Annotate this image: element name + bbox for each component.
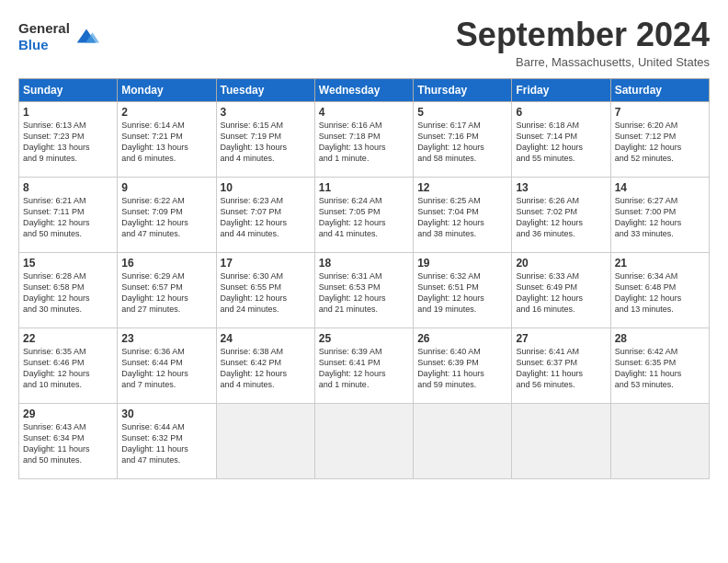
- calendar-cell: 24Sunrise: 6:38 AM Sunset: 6:42 PM Dayli…: [216, 327, 314, 403]
- calendar-cell: 21Sunrise: 6:34 AM Sunset: 6:48 PM Dayli…: [610, 252, 709, 327]
- calendar-cell: 15Sunrise: 6:28 AM Sunset: 6:58 PM Dayli…: [19, 252, 118, 327]
- calendar-table: SundayMondayTuesdayWednesdayThursdayFrid…: [18, 78, 710, 479]
- day-number: 9: [121, 181, 211, 194]
- calendar-cell: 28Sunrise: 6:42 AM Sunset: 6:35 PM Dayli…: [610, 327, 709, 403]
- day-number: 21: [615, 257, 705, 270]
- day-number: 5: [417, 106, 507, 119]
- calendar-cell: 20Sunrise: 6:33 AM Sunset: 6:49 PM Dayli…: [512, 252, 610, 327]
- day-number: 30: [121, 408, 211, 420]
- calendar-cell: 25Sunrise: 6:39 AM Sunset: 6:41 PM Dayli…: [314, 327, 413, 403]
- calendar-cell: 1Sunrise: 6:13 AM Sunset: 7:23 PM Daylig…: [19, 101, 118, 177]
- calendar-cell: 19Sunrise: 6:32 AM Sunset: 6:51 PM Dayli…: [414, 252, 512, 327]
- calendar-cell: 27Sunrise: 6:41 AM Sunset: 6:37 PM Dayli…: [512, 327, 610, 403]
- calendar-cell: 18Sunrise: 6:31 AM Sunset: 6:53 PM Dayli…: [314, 252, 413, 327]
- day-info: Sunrise: 6:26 AM Sunset: 7:02 PM Dayligh…: [516, 195, 606, 240]
- day-info: Sunrise: 6:14 AM Sunset: 7:21 PM Dayligh…: [121, 120, 211, 165]
- day-number: 1: [23, 106, 113, 119]
- logo-icon: [74, 24, 99, 50]
- day-info: Sunrise: 6:31 AM Sunset: 6:53 PM Dayligh…: [319, 270, 409, 316]
- calendar-cell: 23Sunrise: 6:36 AM Sunset: 6:44 PM Dayli…: [118, 327, 216, 403]
- calendar-cell: [314, 403, 413, 478]
- calendar-cell: 10Sunrise: 6:23 AM Sunset: 7:07 PM Dayli…: [216, 177, 314, 252]
- day-number: 8: [23, 181, 113, 194]
- calendar-cell: 16Sunrise: 6:29 AM Sunset: 6:57 PM Dayli…: [118, 252, 216, 327]
- day-number: 15: [23, 257, 113, 270]
- day-info: Sunrise: 6:35 AM Sunset: 6:46 PM Dayligh…: [23, 346, 113, 391]
- calendar-header-wednesday: Wednesday: [314, 78, 413, 101]
- calendar-cell: 11Sunrise: 6:24 AM Sunset: 7:05 PM Dayli…: [314, 177, 413, 252]
- calendar-week-row: 1Sunrise: 6:13 AM Sunset: 7:23 PM Daylig…: [19, 101, 710, 177]
- calendar-page: General Blue September 2024 Barre, Massa…: [0, 0, 728, 563]
- day-number: 11: [319, 181, 409, 194]
- calendar-week-row: 8Sunrise: 6:21 AM Sunset: 7:11 PM Daylig…: [19, 177, 710, 252]
- day-info: Sunrise: 6:17 AM Sunset: 7:16 PM Dayligh…: [417, 120, 507, 165]
- location: Barre, Massachusetts, United States: [456, 55, 710, 69]
- day-info: Sunrise: 6:34 AM Sunset: 6:48 PM Dayligh…: [615, 270, 705, 316]
- header: General Blue September 2024 Barre, Massa…: [18, 17, 710, 69]
- day-number: 27: [516, 332, 606, 345]
- day-number: 25: [319, 332, 409, 345]
- day-info: Sunrise: 6:15 AM Sunset: 7:19 PM Dayligh…: [221, 120, 311, 165]
- day-info: Sunrise: 6:44 AM Sunset: 6:32 PM Dayligh…: [121, 421, 211, 466]
- calendar-cell: 8Sunrise: 6:21 AM Sunset: 7:11 PM Daylig…: [19, 177, 118, 252]
- day-number: 24: [221, 332, 311, 345]
- day-info: Sunrise: 6:38 AM Sunset: 6:42 PM Dayligh…: [221, 346, 311, 391]
- day-info: Sunrise: 6:24 AM Sunset: 7:05 PM Dayligh…: [319, 195, 409, 240]
- calendar-cell: 9Sunrise: 6:22 AM Sunset: 7:09 PM Daylig…: [118, 177, 216, 252]
- day-info: Sunrise: 6:43 AM Sunset: 6:34 PM Dayligh…: [23, 421, 113, 466]
- day-info: Sunrise: 6:39 AM Sunset: 6:41 PM Dayligh…: [319, 346, 409, 391]
- day-number: 28: [615, 332, 705, 345]
- day-info: Sunrise: 6:33 AM Sunset: 6:49 PM Dayligh…: [516, 270, 606, 316]
- calendar-week-row: 15Sunrise: 6:28 AM Sunset: 6:58 PM Dayli…: [19, 252, 710, 327]
- title-area: September 2024 Barre, Massachusetts, Uni…: [456, 17, 710, 69]
- day-number: 4: [319, 106, 409, 119]
- calendar-cell: 17Sunrise: 6:30 AM Sunset: 6:55 PM Dayli…: [216, 252, 314, 327]
- day-number: 20: [516, 257, 606, 270]
- day-info: Sunrise: 6:25 AM Sunset: 7:04 PM Dayligh…: [417, 195, 507, 240]
- day-number: 29: [23, 408, 113, 420]
- calendar-cell: 4Sunrise: 6:16 AM Sunset: 7:18 PM Daylig…: [314, 101, 413, 177]
- day-number: 19: [417, 257, 507, 270]
- day-info: Sunrise: 6:27 AM Sunset: 7:00 PM Dayligh…: [615, 195, 705, 240]
- day-info: Sunrise: 6:30 AM Sunset: 6:55 PM Dayligh…: [221, 270, 311, 316]
- calendar-cell: [414, 403, 512, 478]
- day-number: 13: [516, 181, 606, 194]
- day-info: Sunrise: 6:20 AM Sunset: 7:12 PM Dayligh…: [615, 120, 705, 165]
- day-info: Sunrise: 6:32 AM Sunset: 6:51 PM Dayligh…: [417, 270, 507, 316]
- calendar-header-thursday: Thursday: [414, 78, 512, 101]
- day-info: Sunrise: 6:16 AM Sunset: 7:18 PM Dayligh…: [319, 120, 409, 165]
- calendar-header-saturday: Saturday: [610, 78, 709, 101]
- day-number: 12: [417, 181, 507, 194]
- calendar-cell: 30Sunrise: 6:44 AM Sunset: 6:32 PM Dayli…: [118, 403, 216, 478]
- day-number: 6: [516, 106, 606, 119]
- calendar-cell: 22Sunrise: 6:35 AM Sunset: 6:46 PM Dayli…: [19, 327, 118, 403]
- day-info: Sunrise: 6:42 AM Sunset: 6:35 PM Dayligh…: [615, 346, 705, 391]
- calendar-cell: 2Sunrise: 6:14 AM Sunset: 7:21 PM Daylig…: [118, 101, 216, 177]
- day-number: 17: [221, 257, 311, 270]
- calendar-cell: 12Sunrise: 6:25 AM Sunset: 7:04 PM Dayli…: [414, 177, 512, 252]
- calendar-week-row: 22Sunrise: 6:35 AM Sunset: 6:46 PM Dayli…: [19, 327, 710, 403]
- day-number: 22: [23, 332, 113, 345]
- calendar-cell: [512, 403, 610, 478]
- day-info: Sunrise: 6:40 AM Sunset: 6:39 PM Dayligh…: [417, 346, 507, 391]
- day-info: Sunrise: 6:22 AM Sunset: 7:09 PM Dayligh…: [121, 195, 211, 240]
- calendar-cell: 3Sunrise: 6:15 AM Sunset: 7:19 PM Daylig…: [216, 101, 314, 177]
- calendar-header-monday: Monday: [118, 78, 216, 101]
- calendar-week-row: 29Sunrise: 6:43 AM Sunset: 6:34 PM Dayli…: [19, 403, 710, 478]
- day-number: 23: [121, 332, 211, 345]
- calendar-cell: 6Sunrise: 6:18 AM Sunset: 7:14 PM Daylig…: [512, 101, 610, 177]
- day-number: 16: [121, 257, 211, 270]
- logo: General Blue: [18, 20, 99, 53]
- day-number: 18: [319, 257, 409, 270]
- calendar-cell: 29Sunrise: 6:43 AM Sunset: 6:34 PM Dayli…: [19, 403, 118, 478]
- day-number: 14: [615, 181, 705, 194]
- day-number: 3: [221, 106, 311, 119]
- calendar-header-tuesday: Tuesday: [216, 78, 314, 101]
- day-number: 2: [121, 106, 211, 119]
- calendar-cell: 7Sunrise: 6:20 AM Sunset: 7:12 PM Daylig…: [610, 101, 709, 177]
- day-number: 7: [615, 106, 705, 119]
- day-info: Sunrise: 6:13 AM Sunset: 7:23 PM Dayligh…: [23, 120, 113, 165]
- calendar-cell: [216, 403, 314, 478]
- calendar-cell: 26Sunrise: 6:40 AM Sunset: 6:39 PM Dayli…: [414, 327, 512, 403]
- day-info: Sunrise: 6:29 AM Sunset: 6:57 PM Dayligh…: [121, 270, 211, 316]
